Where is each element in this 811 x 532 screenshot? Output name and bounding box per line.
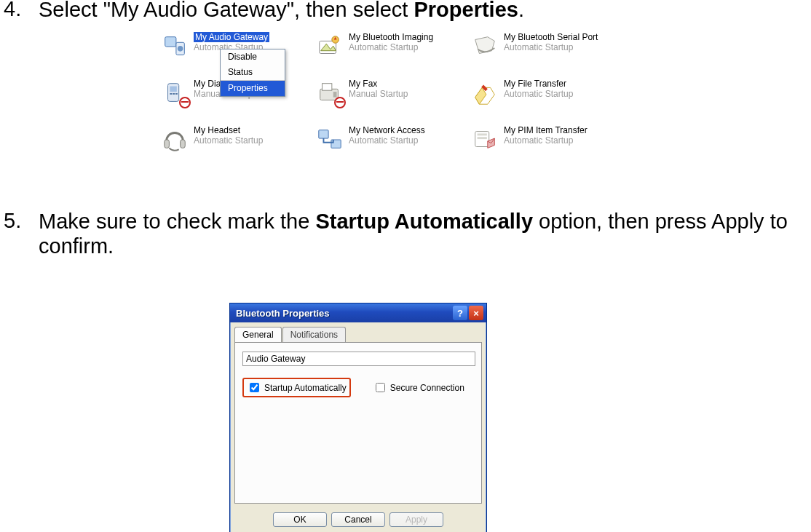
service-headset[interactable]: My Headset Automatic Startup xyxy=(160,125,309,154)
step-4-body: Select "My Audio Gateway", then select P… xyxy=(39,0,524,22)
no-entry-icon xyxy=(179,97,191,108)
service-name-field[interactable] xyxy=(242,352,475,366)
svg-rect-9 xyxy=(175,93,178,95)
step-5: 5. Make sure to check mark the Startup A… xyxy=(1,209,809,258)
service-bluetooth-serial-port[interactable]: My Bluetooth Serial Port Automatic Start… xyxy=(470,32,646,61)
svg-rect-18 xyxy=(478,133,487,135)
service-name: My Fax xyxy=(349,79,408,89)
close-button[interactable]: × xyxy=(469,306,483,320)
service-status: Automatic Startup xyxy=(349,135,425,146)
tab-panel-general: Startup Automatically Secure Connection xyxy=(234,342,482,504)
context-menu-disable[interactable]: Disable xyxy=(221,49,285,65)
network-icon xyxy=(315,125,344,154)
startup-automatically-checkbox[interactable]: Startup Automatically xyxy=(247,381,347,394)
tab-general[interactable]: General xyxy=(234,327,282,342)
svg-rect-11 xyxy=(323,84,332,91)
context-menu: Disable Status Properties xyxy=(220,49,285,97)
step-5-strong: Startup Automatically xyxy=(315,210,533,233)
no-entry-icon xyxy=(334,97,346,108)
svg-rect-12 xyxy=(333,92,337,98)
startup-automatically-label: Startup Automatically xyxy=(264,383,347,393)
service-status: Automatic Startup xyxy=(194,135,263,146)
step-4: 4. Select "My Audio Gateway", then selec… xyxy=(1,0,794,22)
svg-rect-8 xyxy=(173,93,175,95)
step-4-strong: Properties xyxy=(414,0,518,21)
step-5-text-a: Make sure to check mark the xyxy=(39,210,315,233)
step-4-text-a: Select "My Audio Gateway", then select xyxy=(39,0,414,21)
fax-icon xyxy=(315,79,344,108)
service-bluetooth-imaging[interactable]: My Bluetooth Imaging Automatic Startup xyxy=(315,32,464,61)
dialog-actions: OK Cancel Apply xyxy=(230,508,486,532)
step-4-text-b: . xyxy=(518,0,524,21)
svg-rect-14 xyxy=(181,140,186,148)
dialog-title: Bluetooth Properties xyxy=(236,308,453,319)
cancel-button[interactable]: Cancel xyxy=(331,512,385,527)
service-name: My Audio Gateway xyxy=(194,32,269,42)
svg-rect-19 xyxy=(478,137,487,139)
service-network-access[interactable]: My Network Access Automatic Startup xyxy=(315,125,464,154)
bluetooth-properties-dialog: Bluetooth Properties ? × General Notific… xyxy=(229,303,487,532)
imaging-icon xyxy=(315,32,344,61)
service-name: My File Transfer xyxy=(504,79,573,89)
service-status: Automatic Startup xyxy=(504,89,573,99)
serial-port-icon xyxy=(470,32,499,61)
svg-rect-7 xyxy=(170,93,172,95)
dial-up-icon xyxy=(160,79,189,108)
svg-point-2 xyxy=(178,46,183,52)
ok-button[interactable]: OK xyxy=(273,512,327,527)
svg-rect-6 xyxy=(170,87,177,92)
step-4-number: 4. xyxy=(1,0,39,21)
service-status: Automatic Startup xyxy=(349,42,433,52)
context-menu-properties[interactable]: Properties xyxy=(221,80,285,96)
svg-rect-15 xyxy=(319,130,328,138)
service-status: Automatic Startup xyxy=(504,42,598,52)
service-name: My Headset xyxy=(194,125,263,135)
startup-automatically-highlight: Startup Automatically xyxy=(242,378,351,397)
service-pim-item-transfer[interactable]: My PIM Item Transfer Automatic Startup xyxy=(470,125,646,154)
context-menu-status[interactable]: Status xyxy=(221,65,285,80)
svg-rect-13 xyxy=(165,140,170,148)
service-name: My Network Access xyxy=(349,125,425,135)
service-file-transfer[interactable]: My File Transfer Automatic Startup xyxy=(470,79,646,108)
dialog-titlebar[interactable]: Bluetooth Properties ? × xyxy=(230,303,486,322)
apply-button[interactable]: Apply xyxy=(389,512,443,527)
tabstrip: General Notifications xyxy=(230,322,486,342)
help-button[interactable]: ? xyxy=(453,306,467,320)
service-fax[interactable]: My Fax Manual Startup xyxy=(315,79,464,108)
service-status: Automatic Startup xyxy=(504,135,588,146)
step-5-body: Make sure to check mark the Startup Auto… xyxy=(39,209,807,258)
service-name: My PIM Item Transfer xyxy=(504,125,588,135)
secure-connection-input[interactable] xyxy=(376,383,385,392)
pim-icon xyxy=(470,125,499,154)
secure-connection-label: Secure Connection xyxy=(390,383,464,393)
tab-notifications[interactable]: Notifications xyxy=(282,327,346,342)
secure-connection-checkbox[interactable]: Secure Connection xyxy=(373,378,464,397)
svg-rect-5 xyxy=(168,84,179,102)
step-5-number: 5. xyxy=(1,209,39,233)
startup-automatically-input[interactable] xyxy=(250,383,259,392)
service-name: My Bluetooth Imaging xyxy=(349,32,433,42)
headset-icon xyxy=(160,125,189,154)
service-name: My Bluetooth Serial Port xyxy=(504,32,598,42)
audio-gateway-icon xyxy=(160,32,189,61)
service-status: Manual Startup xyxy=(349,89,408,99)
file-transfer-icon xyxy=(470,79,499,108)
svg-rect-0 xyxy=(165,37,176,47)
